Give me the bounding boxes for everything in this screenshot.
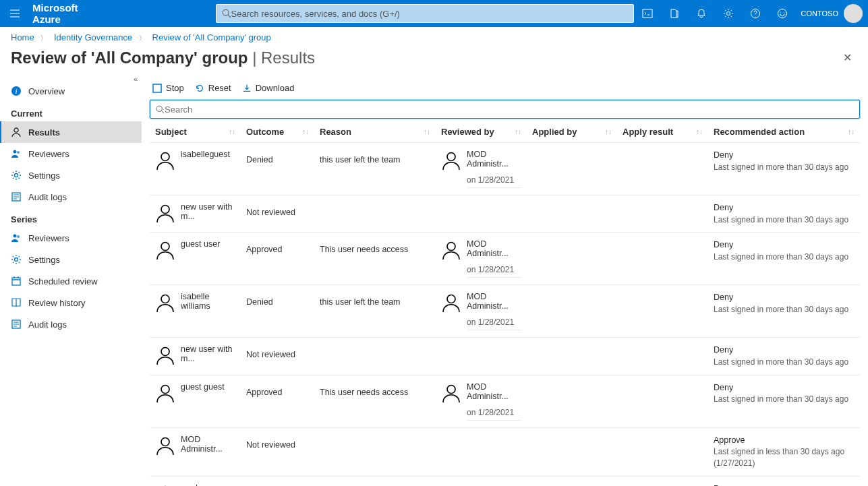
notifications-icon[interactable] <box>688 0 715 27</box>
sidebar: « i Overview Current Results Reviewers S… <box>0 78 142 486</box>
svg-point-8 <box>14 128 18 132</box>
chevron-right-icon: 〉 <box>40 34 47 42</box>
cell-reason <box>314 432 436 443</box>
reset-button[interactable]: Reset <box>195 83 231 93</box>
svg-rect-2 <box>643 9 652 18</box>
table-row[interactable]: readerNot reviewedDenyLast signed in mor… <box>150 477 860 486</box>
cell-applied-by <box>527 379 617 385</box>
breadcrumb-review[interactable]: Review of 'All Company' group <box>152 32 271 42</box>
sidebar-item-series-reviewers[interactable]: Reviewers <box>0 227 142 249</box>
cell-subject: reader <box>150 481 241 486</box>
svg-point-11 <box>15 174 18 177</box>
global-search-input[interactable] <box>231 9 628 19</box>
sidebar-item-results[interactable]: Results <box>0 121 142 143</box>
table-row[interactable]: isabelleguestDeniedthis user left the te… <box>150 143 860 195</box>
feedback-icon[interactable] <box>769 0 796 27</box>
cell-reviewed-by: MOD Administr...on 1/28/2021 <box>436 147 527 191</box>
rec-action: Deny <box>714 150 855 162</box>
sidebar-item-overview[interactable]: i Overview <box>0 80 142 102</box>
reviewer-name: MOD Administr... <box>467 292 521 311</box>
column-apply-result[interactable]: Apply result↑↓ <box>617 127 708 137</box>
cloud-shell-icon[interactable] <box>634 0 661 27</box>
subject-name: new user with m... <box>181 202 235 221</box>
sidebar-item-series-audit-logs[interactable]: Audit logs <box>0 313 142 335</box>
cell-reviewed-by: MOD Administr...on 1/28/2021 <box>436 289 527 333</box>
rec-detail: Last signed in more than 30 days ago <box>714 394 855 405</box>
help-icon[interactable] <box>742 0 769 27</box>
download-button[interactable]: Download <box>242 83 295 93</box>
column-reviewed-by[interactable]: Reviewed by↑↓ <box>436 127 527 137</box>
cell-subject: isabelle williams <box>150 289 241 315</box>
column-outcome[interactable]: Outcome↑↓ <box>241 127 314 137</box>
global-search[interactable] <box>216 4 634 23</box>
sidebar-item-label: Reviewers <box>28 149 69 159</box>
svg-point-21 <box>161 153 169 161</box>
sidebar-item-reviewers[interactable]: Reviewers <box>0 143 142 164</box>
rec-detail: Last signed in more than 30 days ago <box>714 214 855 226</box>
column-subject[interactable]: Subject↑↓ <box>150 127 241 137</box>
cell-outcome: Approved <box>241 379 314 400</box>
table-row[interactable]: new user with m...Not reviewedDenyLast s… <box>150 338 860 375</box>
cell-apply-result <box>617 289 708 295</box>
column-recommended-action[interactable]: Recommended action↑↓ <box>708 127 860 137</box>
table-row[interactable]: guest userApprovedThis user needs access… <box>150 233 860 285</box>
subject-name: guest guest <box>181 382 225 392</box>
menu-icon[interactable] <box>0 8 30 19</box>
cell-outcome: Denied <box>241 147 314 167</box>
reviewer-date: on 1/28/2021 <box>467 408 521 421</box>
cell-reviewed-by <box>436 342 527 347</box>
reviewer-date: on 1/28/2021 <box>467 175 521 188</box>
table-row[interactable]: MOD Administr...Not reviewedApproveLast … <box>150 428 860 477</box>
sort-icon: ↑↓ <box>696 128 703 135</box>
sidebar-item-label: Scheduled review <box>28 276 98 286</box>
brand-label[interactable]: Microsoft Azure <box>30 2 108 25</box>
svg-point-30 <box>447 385 455 393</box>
sidebar-item-scheduled-review[interactable]: Scheduled review <box>0 270 142 292</box>
sort-icon: ↑↓ <box>302 128 309 135</box>
page-title-main: Review of 'All Company' group <box>11 49 248 67</box>
table-body: isabelleguestDeniedthis user left the te… <box>150 143 860 486</box>
sidebar-item-settings[interactable]: Settings <box>0 164 142 186</box>
cell-applied-by <box>527 342 617 347</box>
collapse-sidebar-icon[interactable]: « <box>134 75 138 83</box>
rec-action: Approve <box>714 435 855 447</box>
svg-point-0 <box>223 9 229 16</box>
cell-recommended-action: DenyLast signed in more than 30 days ago <box>708 289 860 317</box>
cell-recommended-action: DenyLast signed in more than 30 days ago <box>708 200 860 228</box>
rec-action: Deny <box>714 483 855 486</box>
cell-applied-by <box>527 481 617 486</box>
sidebar-item-audit-logs[interactable]: Audit logs <box>0 186 142 208</box>
table-row[interactable]: new user with m...Not reviewedDenyLast s… <box>150 195 860 233</box>
cell-reason: this user left the team <box>314 147 436 167</box>
results-search[interactable] <box>150 100 860 119</box>
cell-recommended-action: DenyLast signed in more than 30 days ago <box>708 237 860 265</box>
tenant-label[interactable]: CONTOSO <box>796 9 844 18</box>
page-title-row: Review of 'All Company' group | Results … <box>0 46 868 78</box>
settings-icon[interactable] <box>715 0 742 27</box>
svg-line-20 <box>162 111 165 113</box>
results-search-input[interactable] <box>165 104 854 115</box>
breadcrumb-home[interactable]: Home <box>11 32 34 42</box>
cell-subject: guest user <box>150 237 241 262</box>
cell-recommended-action: ApproveLast signed in less than 30 days … <box>708 432 860 472</box>
table-row[interactable]: guest guestApprovedThis user needs acces… <box>150 375 860 428</box>
sidebar-item-label: Results <box>28 127 60 138</box>
rec-detail: Last signed in less than 30 days ago (1/… <box>714 446 855 469</box>
svg-point-9 <box>13 150 17 154</box>
column-applied-by[interactable]: Applied by↑↓ <box>527 127 617 137</box>
directories-icon[interactable] <box>661 0 688 27</box>
cell-reason: this user left the team <box>314 289 436 309</box>
sidebar-item-series-settings[interactable]: Settings <box>0 249 142 270</box>
table-row[interactable]: isabelle williamsDeniedthis user left th… <box>150 285 860 338</box>
breadcrumb-identity-governance[interactable]: Identity Governance <box>54 32 132 42</box>
cell-apply-result <box>617 237 708 242</box>
cell-reason: This user needs access <box>314 379 436 400</box>
stop-button[interactable]: Stop <box>152 83 184 93</box>
topbar: Microsoft Azure CONTOSO <box>0 0 868 27</box>
column-reason[interactable]: Reason↑↓ <box>314 127 436 137</box>
sidebar-item-review-history[interactable]: Review history <box>0 292 142 313</box>
info-icon: i <box>11 86 22 96</box>
svg-text:i: i <box>15 87 17 95</box>
close-icon[interactable]: ✕ <box>838 46 857 69</box>
user-avatar[interactable] <box>844 4 863 23</box>
